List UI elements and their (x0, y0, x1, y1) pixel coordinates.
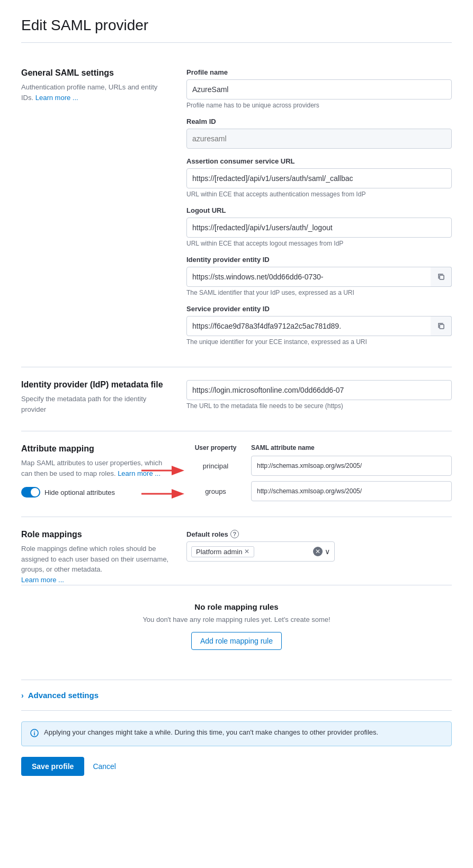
attr-groups-saml-input[interactable] (251, 481, 452, 501)
logout-url-input-wrapper (186, 218, 452, 238)
idp-entity-id-input[interactable] (186, 267, 452, 287)
attr-groups-saml-wrapper (251, 481, 452, 501)
acs-url-input-wrapper (186, 168, 452, 188)
role-mappings-left: Role mappings Role mappings define which… (21, 530, 169, 585)
sp-entity-id-input[interactable] (186, 316, 452, 336)
role-mappings-top: Role mappings Role mappings define which… (21, 530, 452, 585)
platform-admin-remove-button[interactable]: ✕ (244, 548, 249, 555)
roles-input-actions: ✕ ∨ (313, 547, 330, 556)
page-title: Edit SAML provider (21, 17, 452, 43)
logout-url-hint: URL within ECE that accepts logout messa… (186, 240, 452, 247)
general-saml-left: General SAML settings Authentication pro… (21, 68, 169, 354)
profile-name-field: Profile name Profile name has to be uniq… (186, 68, 452, 109)
general-saml-section: General SAML settings Authentication pro… (21, 56, 452, 367)
realm-id-field: Realm ID (186, 117, 452, 149)
advanced-settings-chevron-icon: › (21, 691, 24, 700)
idp-metadata-desc: Specify the metadata path for the identi… (21, 394, 169, 414)
no-rules-desc: You don't have any role mapping rules ye… (21, 616, 452, 623)
acs-url-label: Assertion consumer service URL (186, 157, 452, 165)
sp-entity-id-copy-button[interactable] (431, 316, 452, 336)
advanced-settings-toggle[interactable]: › Advanced settings (21, 691, 452, 700)
role-mappings-desc: Role mappings define which roles should … (21, 544, 169, 585)
info-box-text: Applying your changes might take a while… (44, 728, 378, 736)
footer-actions: Save profile Cancel (21, 757, 452, 776)
role-mappings-title: Role mappings (21, 530, 169, 539)
realm-id-input[interactable] (186, 129, 452, 149)
logout-url-input[interactable] (186, 218, 452, 238)
metadata-url-hint: The URL to the metadata file needs to be… (186, 402, 452, 410)
metadata-url-input[interactable] (186, 380, 452, 400)
no-rules-title: No role mapping rules (21, 602, 452, 611)
attr-row-groups: groups (186, 481, 452, 501)
hide-optional-label: Hide optional attributes (44, 489, 115, 496)
profile-name-input[interactable] (186, 79, 452, 100)
col-user-property: User property (186, 444, 245, 451)
general-saml-desc: Authentication profile name, URLs and en… (21, 82, 169, 103)
role-mappings-section: Role mappings Role mappings define which… (21, 517, 452, 680)
sp-entity-id-hint: The unique identifier for your ECE insta… (186, 338, 452, 346)
col-saml-attribute: SAML attribute name (251, 444, 452, 451)
attribute-mapping-title: Attribute mapping (21, 444, 169, 454)
default-roles-field: Default roles ? Platform admin ✕ ✕ ∨ (186, 530, 452, 562)
info-box: Applying your changes might take a while… (21, 721, 452, 746)
role-mappings-right: Default roles ? Platform admin ✕ ✕ ∨ (186, 530, 452, 585)
default-roles-label: Default roles ? (186, 530, 452, 538)
idp-metadata-left: Identity provider (IdP) metadata file Sp… (21, 380, 169, 418)
save-profile-button[interactable]: Save profile (21, 757, 84, 776)
attribute-mapping-section: Attribute mapping Map SAML attributes to… (21, 431, 452, 517)
acs-url-field: Assertion consumer service URL URL withi… (186, 157, 452, 198)
advanced-settings-section: › Advanced settings (21, 680, 452, 711)
no-rules-box: No role mapping rules You don't have any… (21, 585, 452, 667)
idp-metadata-title: Identity provider (IdP) metadata file (21, 380, 169, 390)
general-saml-right: Profile name Profile name has to be uniq… (186, 68, 452, 354)
info-icon (30, 729, 39, 739)
attribute-mapping-desc: Map SAML attributes to user properties, … (21, 458, 169, 478)
realm-id-label: Realm ID (186, 117, 452, 125)
general-saml-learn-more-link[interactable]: Learn more ... (35, 94, 78, 102)
metadata-url-field: The URL to the metadata file needs to be… (186, 380, 452, 410)
idp-entity-id-field: Identity provider entity ID The SAML ide… (186, 256, 452, 296)
svg-rect-1 (440, 324, 444, 329)
hide-optional-toggle-row: Hide optional attributes (21, 487, 169, 498)
logout-url-field: Logout URL URL within ECE that accepts l… (186, 206, 452, 247)
acs-url-input[interactable] (186, 168, 452, 188)
idp-metadata-right: The URL to the metadata file needs to be… (186, 380, 452, 418)
default-roles-input[interactable]: Platform admin ✕ ✕ ∨ (186, 541, 335, 562)
sp-entity-id-label: Service provider entity ID (186, 305, 452, 313)
add-role-mapping-rule-button[interactable]: Add role mapping rule (191, 632, 282, 650)
attr-groups-label: groups (186, 487, 245, 495)
attr-principal-saml-wrapper (251, 456, 452, 476)
idp-entity-id-hint: The SAML identifier that your IdP uses, … (186, 289, 452, 296)
svg-rect-0 (440, 275, 444, 279)
idp-metadata-section: Identity provider (IdP) metadata file Sp… (21, 367, 452, 431)
attribute-mapping-right: User property SAML attribute name princi… (186, 444, 452, 504)
attr-table-header: User property SAML attribute name (186, 444, 452, 451)
attr-principal-label: principal (186, 462, 245, 470)
acs-url-hint: URL within ECE that accepts authenticati… (186, 191, 452, 198)
roles-chevron-button[interactable]: ∨ (325, 547, 330, 556)
attr-row-principal: principal (186, 456, 452, 476)
profile-name-label: Profile name (186, 68, 452, 76)
role-mappings-learn-more-link[interactable]: Learn more ... (21, 576, 64, 584)
hide-optional-toggle[interactable] (21, 487, 40, 498)
advanced-settings-label: Advanced settings (28, 691, 99, 700)
idp-entity-id-copy-button[interactable] (431, 267, 452, 287)
svg-point-8 (34, 731, 35, 732)
logout-url-label: Logout URL (186, 206, 452, 214)
default-roles-help-icon[interactable]: ? (230, 530, 239, 538)
platform-admin-tag: Platform admin ✕ (191, 546, 254, 557)
general-saml-title: General SAML settings (21, 68, 169, 78)
profile-name-hint: Profile name has to be unique across pro… (186, 102, 452, 109)
roles-clear-button[interactable]: ✕ (313, 547, 323, 556)
attribute-mapping-left: Attribute mapping Map SAML attributes to… (21, 444, 169, 504)
attr-principal-saml-input[interactable] (251, 456, 452, 476)
platform-admin-tag-label: Platform admin (196, 548, 242, 556)
cancel-button[interactable]: Cancel (93, 757, 116, 776)
idp-entity-id-wrapper (186, 267, 452, 287)
sp-entity-id-wrapper (186, 316, 452, 336)
idp-entity-id-label: Identity provider entity ID (186, 256, 452, 264)
attribute-mapping-learn-more-link[interactable]: Learn more ... (118, 469, 160, 477)
sp-entity-id-field: Service provider entity ID The unique id… (186, 305, 452, 346)
